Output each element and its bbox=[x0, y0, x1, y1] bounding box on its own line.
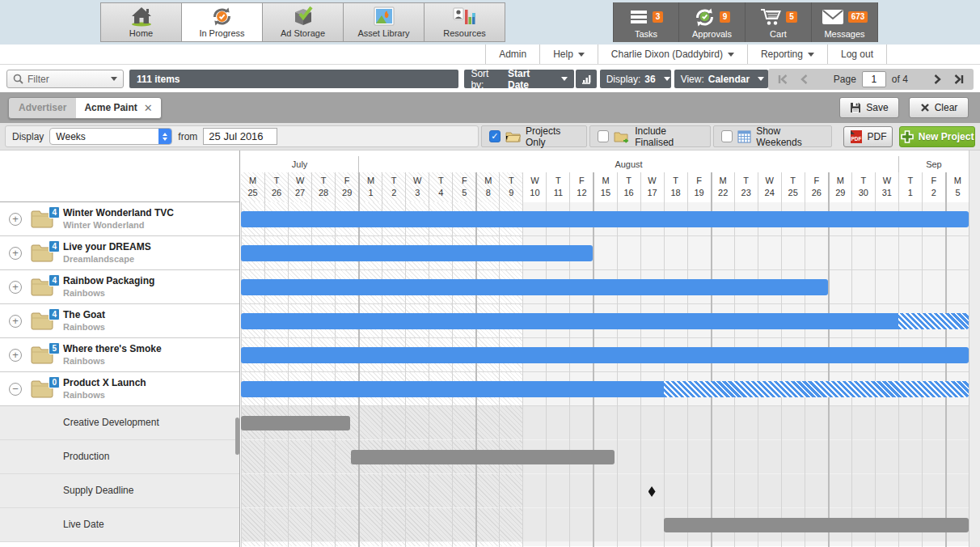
view-value: Calendar bbox=[708, 74, 750, 85]
usernav-charlie-dixon-daddybird[interactable]: Charlie Dixon (Daddybird) bbox=[598, 45, 747, 64]
project-row-winter-wonderland-tvc[interactable]: +4Winter Wonderland TVCWinter Wonderland bbox=[0, 202, 239, 236]
vertical-scrollbar-thumb[interactable] bbox=[235, 418, 239, 455]
milestone-row-live-date[interactable]: Live Date bbox=[0, 508, 239, 542]
day-letter: M bbox=[720, 176, 727, 185]
day-letter: F bbox=[462, 176, 467, 185]
milestone-diamond[interactable] bbox=[648, 486, 656, 497]
day-number: 27 bbox=[295, 188, 305, 197]
expand-plus-icon[interactable]: + bbox=[9, 315, 22, 328]
pdf-button[interactable]: PDF PDF bbox=[843, 126, 893, 147]
day-column-m5: M5 bbox=[945, 172, 969, 202]
project-folder: 4 bbox=[31, 244, 55, 263]
gantt-bar[interactable] bbox=[241, 279, 828, 295]
expand-plus-icon[interactable]: + bbox=[9, 247, 22, 260]
tab-in-progress[interactable]: In Progress bbox=[181, 2, 263, 42]
save-button[interactable]: Save bbox=[839, 97, 899, 118]
gantt-bar[interactable] bbox=[351, 450, 614, 464]
day-number: 30 bbox=[859, 188, 868, 197]
status-approvals[interactable]: 9Approvals bbox=[679, 2, 746, 42]
day-column-t16: T16 bbox=[617, 172, 640, 202]
sort-by-dropdown[interactable]: Sort by: Start Date bbox=[464, 70, 573, 88]
usernav-label: Charlie Dixon (Daddybird) bbox=[611, 49, 723, 60]
checkbox-show-weekends-box[interactable] bbox=[721, 130, 733, 142]
project-title: Live your DREAMS bbox=[63, 241, 151, 252]
gantt-bar[interactable] bbox=[241, 381, 664, 397]
prev-page-button[interactable] bbox=[796, 71, 813, 87]
month-august: August bbox=[358, 156, 898, 172]
clear-label: Clear bbox=[935, 102, 958, 113]
tab-resources[interactable]: Resources bbox=[424, 2, 505, 42]
gantt-bar[interactable] bbox=[241, 245, 593, 261]
remove-tag-icon[interactable]: ✕ bbox=[144, 102, 153, 114]
display-unit-select[interactable]: Weeks bbox=[49, 128, 172, 145]
page-input[interactable] bbox=[862, 71, 886, 87]
status-messages[interactable]: 673Messages bbox=[812, 2, 878, 42]
day-number: 3 bbox=[415, 188, 420, 197]
checkbox-show-weekends[interactable]: Show Weekends bbox=[713, 125, 832, 147]
day-column-t30: T30 bbox=[851, 172, 875, 202]
project-folder: 4 bbox=[31, 210, 55, 229]
new-project-button[interactable]: New Project bbox=[899, 126, 975, 147]
first-page-button[interactable] bbox=[775, 71, 791, 87]
day-number: 22 bbox=[718, 188, 728, 197]
project-row-live-your-dreams[interactable]: +4Live your DREAMSDreamlandscape bbox=[0, 236, 239, 270]
save-icon bbox=[850, 102, 861, 113]
day-column-t28: T28 bbox=[311, 172, 335, 202]
milestone-row-creative-development[interactable]: Creative Development bbox=[0, 406, 239, 440]
milestone-row-supply-deadline[interactable]: Supply Deadline bbox=[0, 474, 239, 508]
gantt-bar[interactable] bbox=[241, 211, 969, 227]
tab-home[interactable]: Home bbox=[100, 2, 182, 42]
checkbox-include-finalised[interactable]: Include Finalised bbox=[589, 125, 711, 147]
checkbox-label: Projects Only bbox=[526, 125, 579, 148]
gantt-bar[interactable] bbox=[241, 347, 969, 363]
status-tasks[interactable]: 3Tasks bbox=[613, 2, 679, 42]
day-column-w17: W17 bbox=[640, 172, 664, 202]
last-page-button[interactable] bbox=[951, 71, 967, 87]
checkbox-projects-only[interactable]: ✓Projects Only bbox=[481, 125, 587, 147]
view-dropdown[interactable]: View: Calendar bbox=[674, 70, 768, 88]
tab-asset-library[interactable]: Asset Library bbox=[343, 2, 425, 42]
project-row-rainbow-packaging[interactable]: +4Rainbow PackagingRainbows bbox=[0, 270, 239, 304]
tab-label: Ad Storage bbox=[281, 28, 325, 38]
application-window: { "top_nav": { "tabs": [ { "label": "Hom… bbox=[0, 0, 980, 547]
gantt-bar[interactable] bbox=[664, 518, 969, 532]
month-label: July bbox=[292, 159, 308, 169]
usernav-log-out[interactable]: Log out bbox=[827, 45, 886, 64]
next-page-button[interactable] bbox=[929, 71, 945, 87]
project-list-panel: +4Winter Wonderland TVCWinter Wonderland… bbox=[0, 151, 240, 547]
usernav-admin[interactable]: Admin bbox=[485, 45, 539, 64]
project-row-where-there-s-smoke[interactable]: +5Where there's SmokeRainbows bbox=[0, 338, 239, 372]
usernav-reporting[interactable]: Reporting bbox=[747, 45, 827, 64]
day-number: 25 bbox=[788, 188, 798, 197]
tag-value: Acme Paint ✕ bbox=[76, 98, 160, 118]
expand-plus-icon[interactable]: + bbox=[9, 213, 22, 226]
checkbox-include-finalised-box[interactable] bbox=[598, 130, 609, 142]
project-row-product-x-launch[interactable]: −0Product X LaunchRainbows bbox=[0, 372, 239, 406]
status-cart[interactable]: 5Cart bbox=[746, 2, 812, 42]
collapse-minus-icon[interactable]: − bbox=[9, 383, 22, 396]
checkbox-projects-only-box[interactable]: ✓ bbox=[489, 130, 501, 142]
expand-plus-icon[interactable]: + bbox=[9, 349, 22, 362]
gantt-bar-projected[interactable] bbox=[664, 381, 969, 397]
expand-plus-icon[interactable]: + bbox=[9, 281, 22, 294]
filter-dropdown[interactable]: Filter bbox=[6, 70, 124, 88]
project-folder: 5 bbox=[31, 346, 55, 365]
project-subtitle: Dreamlandscape bbox=[63, 254, 134, 264]
gantt-bar-projected[interactable] bbox=[898, 313, 969, 329]
display-label: Display: bbox=[606, 74, 641, 85]
day-letter: M bbox=[837, 176, 844, 185]
milestone-row-production[interactable]: Production bbox=[0, 440, 239, 474]
display-count-dropdown[interactable]: Display: 36 bbox=[600, 70, 671, 88]
from-date-input[interactable] bbox=[203, 128, 277, 145]
day-letter: W bbox=[648, 176, 656, 185]
sort-direction-button[interactable] bbox=[576, 70, 597, 88]
day-number: 25 bbox=[247, 188, 257, 197]
tab-ad-storage[interactable]: Ad Storage bbox=[262, 2, 344, 42]
usernav-help[interactable]: Help bbox=[539, 45, 598, 64]
gantt-bar[interactable] bbox=[241, 416, 350, 430]
day-number: 1 bbox=[369, 188, 374, 197]
project-row-the-goat[interactable]: +4The GoatRainbows bbox=[0, 304, 239, 338]
gantt-bar[interactable] bbox=[241, 313, 898, 329]
clear-button[interactable]: Clear bbox=[909, 97, 969, 118]
day-column-f19: F19 bbox=[687, 172, 711, 202]
